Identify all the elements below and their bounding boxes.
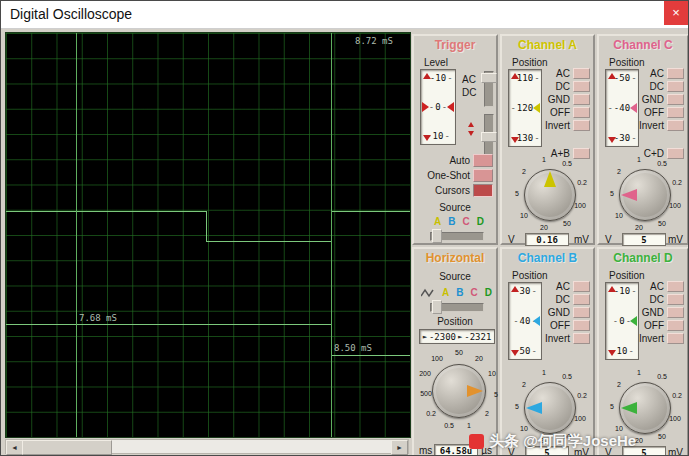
trigger-auto-row: Auto	[449, 154, 493, 167]
cursors-button[interactable]	[473, 184, 493, 197]
scroll-thumb[interactable]	[22, 440, 112, 455]
ac-label: AC	[556, 281, 570, 292]
trigger-level-display[interactable]: -10 0 10	[420, 69, 456, 145]
horizontal-source-slider-handle[interactable]	[432, 300, 442, 314]
waveform-svg	[6, 33, 410, 437]
channel-c-gain-knob[interactable]: 0.2 0.5 1 2 5 10 20 50 100	[606, 156, 684, 234]
channel-c-panel: Channel C Position -50 -40 -30 AC DC GND…	[597, 34, 689, 245]
position-up-arrow-icon[interactable]	[608, 73, 616, 79]
knob-scale-value: 0.2	[669, 392, 685, 399]
trigger-title: Trigger	[414, 38, 496, 52]
channel-b-gnd-button[interactable]	[573, 307, 590, 318]
one-shot-button[interactable]	[473, 169, 493, 182]
channel-a-gnd-button[interactable]	[573, 94, 590, 105]
unit-millivolts-label: mV	[574, 234, 589, 245]
knob-pointer-icon	[459, 384, 483, 398]
position-down-arrow-icon[interactable]	[511, 350, 519, 356]
channel-b-off-button[interactable]	[573, 320, 590, 331]
trigger-source-slider-handle[interactable]	[432, 229, 442, 243]
oscilloscope-screen[interactable]: 8.72 mS 7.68 mS 8.50 mS	[5, 32, 411, 438]
trigger-panel: Trigger Level -10 0 10 AC DC Auto One-Sh…	[412, 34, 498, 245]
knob-scale-value: 2	[516, 168, 532, 175]
channel-c-position-display[interactable]: -50 -40 -30	[605, 69, 639, 147]
channel-b-panel: Channel B Position 30 40 50 AC DC GND OF…	[500, 247, 595, 456]
waveform-icon	[421, 288, 435, 298]
unit-millivolts-label: mV	[668, 234, 683, 245]
h-scrollbar[interactable]: ◄ ►	[5, 439, 409, 454]
channel-a-position-display[interactable]: 110 120 130	[508, 69, 542, 147]
level-down-arrow-icon[interactable]	[423, 135, 431, 141]
knob-scale-value: 5	[604, 190, 620, 197]
scroll-right-button[interactable]: ►	[391, 440, 408, 455]
ac-label: AC	[650, 68, 664, 79]
knob-scale-value: 0.5	[559, 160, 575, 167]
channel-d-gnd-button[interactable]	[667, 307, 684, 318]
position-up-arrow-icon[interactable]	[511, 73, 519, 79]
position-up-arrow-icon[interactable]	[608, 286, 616, 292]
cursor-time-label: 7.68 mS	[79, 313, 117, 323]
unit-ms-label: ms	[419, 445, 432, 456]
channel-d-position-display[interactable]: -10 0 10	[605, 282, 639, 360]
position-pointer-icon	[630, 316, 637, 326]
close-button[interactable]: ×	[664, 1, 688, 25]
auto-button[interactable]	[473, 154, 493, 167]
scroll-left-button[interactable]: ◄	[6, 440, 23, 455]
trigger-edge-switch-handle[interactable]	[481, 132, 497, 142]
position-up-arrow-icon[interactable]	[511, 286, 519, 292]
position-down-arrow-icon[interactable]	[608, 350, 616, 356]
channel-b-invert-button[interactable]	[573, 333, 590, 344]
channel-c-dc-button[interactable]	[667, 81, 684, 92]
channel-d-ac-button[interactable]	[667, 281, 684, 292]
level-up-arrow-icon[interactable]	[423, 73, 431, 79]
channel-d-dc-button[interactable]	[667, 294, 684, 305]
ac-label: AC	[650, 281, 664, 292]
horizontal-position-display[interactable]: ► -2300 ► -2321	[419, 329, 495, 344]
watermark-text: 头条 @何同学JoseHe	[489, 432, 636, 451]
watermark-logo-icon	[469, 434, 484, 449]
position-spinner-icon[interactable]: ►	[423, 333, 427, 341]
knob-scale-value: 2	[516, 381, 532, 388]
channel-b-dc-button[interactable]	[573, 294, 590, 305]
channel-a-ac-button[interactable]	[573, 68, 590, 79]
channel-a-invert-button[interactable]	[573, 120, 590, 131]
knob-scale-value: 20	[536, 224, 552, 231]
unit-volts-label: V	[508, 234, 515, 245]
dc-label: DC	[556, 294, 570, 305]
position-down-arrow-icon[interactable]	[511, 137, 519, 143]
channel-d-off-button[interactable]	[667, 320, 684, 331]
off-label: OFF	[644, 320, 664, 331]
channel-a-gain-knob[interactable]: 0.2 0.5 1 2 5 10 20 50 100	[511, 156, 589, 234]
channel-a-off-button[interactable]	[573, 107, 590, 118]
knob-scale-value: 50	[654, 220, 670, 227]
knob-scale-value: 0.5	[441, 422, 457, 429]
channel-d-invert-button[interactable]	[667, 333, 684, 344]
horizontal-position-label: Position	[414, 316, 496, 327]
channel-c-off-button[interactable]	[667, 107, 684, 118]
cursor-time-label: 8.50 mS	[334, 343, 372, 353]
channel-b-position-display[interactable]: 30 40 50	[508, 282, 542, 360]
position-label: Position	[609, 57, 645, 68]
dc-label: DC	[650, 294, 664, 305]
invert-label: Invert	[545, 120, 570, 131]
channel-c-ac-button[interactable]	[667, 68, 684, 79]
dc-label: DC	[556, 81, 570, 92]
knob-scale-value: 20	[471, 355, 487, 362]
position-down-arrow-icon[interactable]	[608, 137, 616, 143]
trigger-ac-label: AC	[462, 74, 476, 85]
position-spinner-icon[interactable]: ►	[458, 333, 462, 341]
timebase-knob[interactable]: 0.2 0.5 1 2 5 10 20 50 100 200 500	[417, 349, 501, 433]
channel-a-title: Channel A	[502, 38, 593, 52]
knob-scale-value: 2	[611, 381, 627, 388]
channel-b-ac-button[interactable]	[573, 281, 590, 292]
knob-scale-value: 5	[604, 403, 620, 410]
channel-a-dc-button[interactable]	[573, 81, 590, 92]
titlebar[interactable]: Digital Oscilloscope ×	[1, 1, 688, 29]
source-a-label: A	[434, 216, 441, 227]
cursor-time-label: 8.72 mS	[355, 36, 393, 46]
trigger-coupling-switch-handle[interactable]	[481, 73, 497, 83]
position-pointer-icon	[533, 103, 540, 113]
gnd-label: GND	[642, 307, 664, 318]
channel-c-invert-button[interactable]	[667, 120, 684, 131]
knob-scale-value: 0.2	[574, 179, 590, 186]
channel-c-gnd-button[interactable]	[667, 94, 684, 105]
